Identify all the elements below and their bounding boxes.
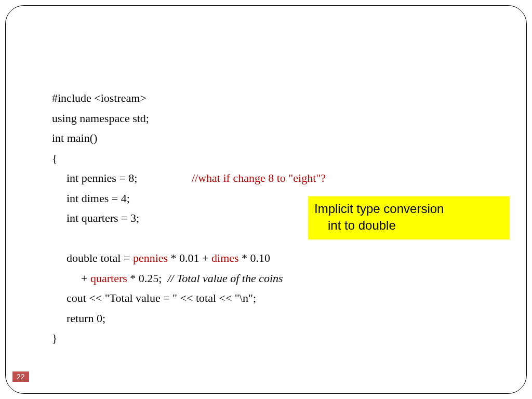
code-line: return 0; [52,309,326,329]
code-line: using namespace std; [52,109,326,129]
code-variable: quarters [90,272,127,285]
code-line: cout << "Total value = " << total << "\n… [52,288,326,309]
code-line: int main() [52,128,326,149]
code-text: * 0.25; [127,272,168,285]
code-line: #include <iostream> [52,88,326,109]
code-line: double total = pennies * 0.01 + dimes * … [52,248,326,269]
code-text: int pennies = 8; [66,171,137,184]
code-comment: //what if change 8 to "eight"? [192,171,326,184]
code-text: * 0.10 [239,251,271,264]
code-text: double total = [66,251,133,264]
code-block: #include <iostream> using namespace std;… [52,88,326,349]
code-variable: pennies [133,251,168,264]
callout-line: int to double [314,217,503,234]
code-gap [137,171,192,184]
callout-annotation: Implicit type conversion int to double [308,196,510,240]
code-line: int pennies = 8; //what if change 8 to "… [52,168,326,189]
code-line: + quarters * 0.25; // Total value of the… [52,269,326,289]
code-text: * 0.01 + [168,251,211,264]
code-variable: dimes [211,251,239,264]
code-line: { [52,149,326,169]
code-line: int dimes = 4; [52,189,326,209]
callout-line: Implicit type conversion [314,201,503,217]
code-line: } [52,328,326,349]
code-comment: // Total value of the coins [167,272,283,285]
page-number: 22 [12,371,29,382]
code-blank-line [52,229,326,249]
code-line: int quarters = 3; [52,208,326,229]
code-text: + [81,272,90,285]
